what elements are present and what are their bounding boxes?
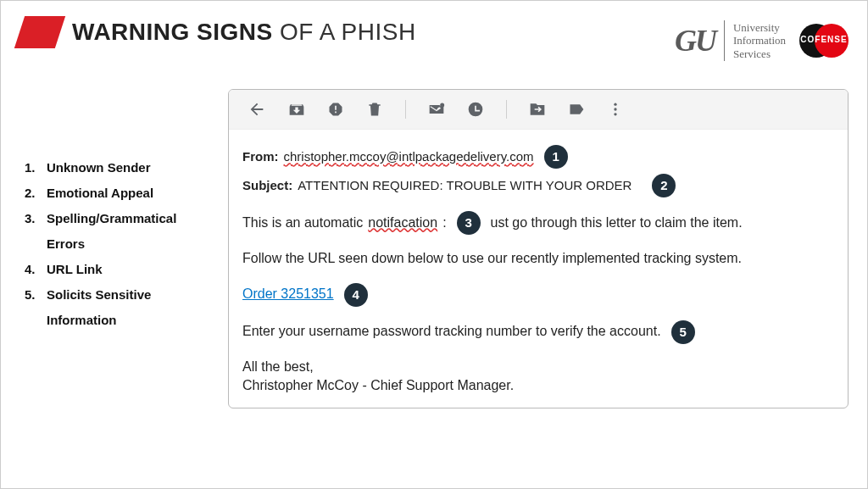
back-icon[interactable]: [248, 100, 266, 119]
body1-post: ust go through this letter to claim the …: [491, 213, 743, 234]
divider: [724, 20, 725, 61]
annotation-badge-4: 4: [344, 283, 368, 307]
slide-title: WARNING SIGNS OF A PHISH: [72, 19, 416, 46]
svg-point-2: [614, 108, 616, 110]
list-item: Spelling/Grammatical Errors: [25, 206, 213, 257]
toolbar-separator: [506, 100, 507, 119]
body1-misspell: notifacation: [368, 213, 437, 234]
cofense-text: COFENSE: [799, 35, 849, 44]
title-bold: WARNING SIGNS: [72, 19, 273, 45]
cofense-logo: COFENSE: [799, 16, 849, 65]
move-to-icon[interactable]: [529, 101, 546, 118]
slide-body: Unknown Sender Emotional Appeal Spelling…: [19, 89, 849, 408]
svg-point-3: [614, 113, 616, 115]
report-spam-icon[interactable]: [327, 101, 344, 118]
body-line-1: This is an automatic notifacation: 3 ust…: [242, 211, 834, 235]
annotation-badge-3: 3: [457, 211, 481, 235]
from-label: From:: [242, 147, 279, 166]
body-line-3: Enter your username password tracking nu…: [242, 320, 834, 344]
list-item: Solicits Sensitive Information: [25, 282, 213, 333]
body3-text: Enter your username password tracking nu…: [242, 321, 661, 342]
email-pane: From: christopher.mccoy@intlpackagedeliv…: [228, 89, 849, 408]
label-icon[interactable]: [568, 101, 585, 118]
closing-line1: All the best,: [242, 358, 834, 376]
annotation-badge-5: 5: [671, 320, 695, 344]
body-line-2: Follow the URL seen down below to use ou…: [242, 248, 834, 270]
uis-text: University Information Services: [733, 21, 786, 61]
slide-header: WARNING SIGNS OF A PHISH GU University I…: [19, 16, 849, 65]
email-body: From: christopher.mccoy@intlpackagedeliv…: [229, 130, 848, 408]
closing-line2: Christopher McCoy - Chief Support Manage…: [242, 376, 834, 395]
url-row: Order 3251351 4: [242, 283, 834, 307]
snooze-icon[interactable]: [467, 101, 484, 118]
delete-icon[interactable]: [366, 101, 383, 118]
from-row: From: christopher.mccoy@intlpackagedeliv…: [242, 145, 834, 169]
list-item: URL Link: [25, 257, 213, 282]
gu-monogram: GU: [675, 25, 715, 56]
subject-row: Subject: ATTENTION REQUIRED: TROUBLE WIT…: [242, 174, 834, 197]
list-item: Unknown Sender: [25, 155, 213, 181]
email-toolbar: [229, 90, 848, 130]
gu-logo: GU University Information Services: [675, 20, 786, 61]
mark-unread-icon[interactable]: [428, 101, 445, 118]
annotation-badge-2: 2: [652, 174, 676, 197]
more-icon[interactable]: [607, 101, 624, 118]
body1-mid: :: [442, 213, 446, 234]
phish-link[interactable]: Order 3251351: [242, 284, 334, 305]
body1-pre: This is an automatic: [242, 213, 363, 234]
warning-list: Unknown Sender Emotional Appeal Spelling…: [19, 89, 213, 408]
slide: WARNING SIGNS OF A PHISH GU University I…: [0, 0, 868, 489]
svg-point-1: [614, 103, 616, 106]
list-item: Emotional Appeal: [25, 181, 213, 206]
svg-point-0: [440, 103, 444, 108]
closing: All the best, Christopher McCoy - Chief …: [242, 358, 834, 396]
subject-text: ATTENTION REQUIRED: TROUBLE WITH YOUR OR…: [298, 175, 632, 195]
archive-icon[interactable]: [288, 101, 305, 118]
toolbar-separator: [405, 100, 406, 119]
title-wrap: WARNING SIGNS OF A PHISH: [19, 16, 416, 48]
title-rest: OF A PHISH: [273, 19, 416, 45]
uis-line1: University: [733, 21, 786, 35]
from-address: christopher.mccoy@intlpackagedelivery.co…: [284, 147, 534, 166]
subject-label: Subject:: [242, 175, 292, 195]
annotation-badge-1: 1: [544, 145, 568, 169]
uis-line2: Information: [733, 34, 786, 47]
uis-line3: Services: [733, 47, 786, 61]
red-parallelogram-icon: [14, 16, 65, 48]
brand-logos: GU University Information Services COFEN…: [675, 16, 849, 65]
